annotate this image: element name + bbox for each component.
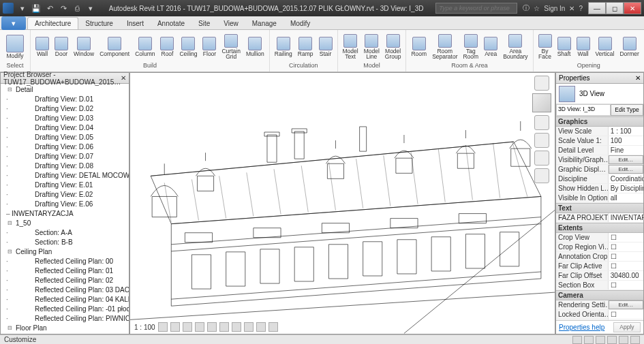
tree-node[interactable]: Reflected Ceiling Plan: PIWNICA <box>2 314 127 324</box>
prop-row[interactable]: Visibility/Graph…Edit… <box>556 155 643 165</box>
tree-node[interactable]: Drafting View: D.05 <box>2 133 127 142</box>
viewcube[interactable] <box>532 93 551 112</box>
ribbon-window[interactable]: Window <box>72 36 96 58</box>
redo-icon[interactable]: ↷ <box>57 2 70 14</box>
prop-value[interactable]: Fine <box>609 146 643 155</box>
star-icon[interactable]: ☆ <box>534 5 540 12</box>
ribbon-vertical[interactable]: Vertical <box>594 36 617 58</box>
ribbon-ramp[interactable]: Ramp <box>296 36 316 58</box>
tree-node[interactable]: INWENTARYZACJA <box>2 209 127 219</box>
prop-group-text[interactable]: Text <box>556 203 643 213</box>
application-menu-button[interactable]: ▾ <box>1 16 26 30</box>
prop-row[interactable]: Crop View <box>556 233 643 243</box>
tree-node[interactable]: Reflected Ceiling Plan: 01 <box>2 266 127 276</box>
ribbon-component[interactable]: Component <box>97 36 132 58</box>
crop-region-icon[interactable] <box>232 322 241 332</box>
status-icon[interactable] <box>630 336 640 344</box>
prop-row[interactable]: Visible In Optionall <box>556 193 643 203</box>
tree-node[interactable]: Reflected Ceiling Plan: 03 DACH <box>2 285 127 295</box>
project-browser-header[interactable]: Project Browser - TUW17_BUDOWA+BUDOWA_20… <box>1 73 129 84</box>
tree-node[interactable]: Floor Plan <box>2 324 127 333</box>
project-browser-tree[interactable]: DetailDrafting View: D.01Drafting View: … <box>1 84 129 334</box>
ribbon-wall[interactable]: Wall <box>33 36 51 58</box>
close-button[interactable]: ✕ <box>624 2 641 14</box>
ribbon-curtain-grid[interactable]: CurtainGrid <box>219 33 242 61</box>
ribbon-model-line[interactable]: ModelLine <box>362 33 382 61</box>
tree-node[interactable]: Detail <box>2 85 127 95</box>
tab-architecture[interactable]: Architecture <box>27 17 78 29</box>
tree-node[interactable]: Drafting View: DETAL MOCOWANIA B <box>2 171 127 181</box>
help-icon[interactable]: ? <box>579 5 583 12</box>
prop-value[interactable]: Coordination <box>609 174 643 183</box>
edit-type-button[interactable]: Edit Type <box>611 104 643 116</box>
ribbon-by-face[interactable]: ByFace <box>536 33 554 61</box>
tree-node[interactable]: 1_50 <box>2 219 127 228</box>
tab-modify[interactable]: Modify <box>283 18 317 29</box>
prop-value[interactable] <box>609 262 643 270</box>
open-icon[interactable]: ▾ <box>16 2 29 14</box>
prop-value[interactable]: By Discipline <box>609 184 643 193</box>
properties-header[interactable]: Properties✕ <box>556 73 643 84</box>
tree-node[interactable]: Drafting View: D.03 <box>2 114 127 123</box>
prop-value[interactable]: Edit… <box>609 300 643 309</box>
ribbon-room-separator[interactable]: RoomSeparator <box>430 33 459 61</box>
tab-view[interactable]: View <box>217 18 245 29</box>
home-icon[interactable] <box>534 76 549 91</box>
print-icon[interactable]: ⎙ <box>71 2 83 14</box>
prop-row[interactable]: Show Hidden L…By Discipline <box>556 184 643 193</box>
filter-icon[interactable] <box>619 336 628 344</box>
prop-group-camera[interactable]: Camera <box>556 290 643 300</box>
signin-button[interactable]: Sign In <box>544 5 565 12</box>
tab-structure[interactable]: Structure <box>78 18 120 29</box>
prop-row[interactable]: Graphic Displ…Edit… <box>556 165 643 174</box>
tab-site[interactable]: Site <box>191 18 217 29</box>
prop-row[interactable]: Far Clip Active <box>556 262 643 271</box>
ribbon-floor[interactable]: Floor <box>200 36 218 58</box>
prop-value[interactable] <box>609 233 643 242</box>
status-icon[interactable] <box>584 336 594 344</box>
ribbon-ceiling[interactable]: Ceiling <box>177 36 199 58</box>
ribbon-mullion[interactable]: Mullion <box>244 36 266 58</box>
minimize-button[interactable]: — <box>588 2 606 14</box>
prop-value[interactable]: Edit… <box>609 155 643 164</box>
ribbon-dormer[interactable]: Dormer <box>617 36 641 58</box>
save-icon[interactable]: 💾 <box>30 2 42 14</box>
prop-row[interactable]: Detail LevelFine <box>556 146 643 155</box>
pan-icon[interactable] <box>534 133 549 148</box>
properties-body[interactable]: GraphicsView Scale1 : 100Scale Value 1:1… <box>556 116 643 320</box>
prop-value[interactable] <box>609 243 643 251</box>
tree-node[interactable]: Ceiling Plan <box>2 247 127 257</box>
ribbon-modify[interactable]: Modify <box>3 34 27 60</box>
tab-manage[interactable]: Manage <box>245 18 283 29</box>
prop-value[interactable]: 1 : 100 <box>609 127 643 136</box>
status-left[interactable]: Customize <box>4 336 36 343</box>
tree-node[interactable]: Drafting View: E.01 <box>2 181 127 190</box>
unlock-icon[interactable] <box>244 322 254 332</box>
prop-group-extents[interactable]: Extents <box>556 223 643 233</box>
reveal-icon[interactable] <box>269 322 278 332</box>
status-icon[interactable] <box>572 336 582 344</box>
prop-row[interactable]: Section Box <box>556 281 643 290</box>
tree-node[interactable]: Section: B-B <box>2 238 127 247</box>
qat-more-icon[interactable]: ▾ <box>85 2 97 14</box>
ribbon-railing[interactable]: Railing <box>273 36 294 58</box>
sun-path-icon[interactable] <box>183 322 192 332</box>
tree-node[interactable]: Drafting View: E.02 <box>2 190 127 200</box>
prop-value[interactable]: 100 <box>609 136 643 145</box>
tab-insert[interactable]: Insert <box>120 18 151 29</box>
tree-node[interactable]: Drafting View: D.06 <box>2 142 127 152</box>
tree-node[interactable]: Drafting View: D.01 <box>2 95 127 104</box>
ribbon-door[interactable]: Door <box>52 36 70 58</box>
prop-row[interactable]: Annotation Crop <box>556 252 643 262</box>
exchange-icon[interactable]: ✕ <box>569 5 574 12</box>
type-selector[interactable]: 3D View: I_3D <box>556 104 611 116</box>
tree-node[interactable]: Reflected Ceiling Plan: 00 <box>2 257 127 266</box>
ribbon-column[interactable]: Column <box>133 36 157 58</box>
ribbon-model-text[interactable]: ModelText <box>341 33 361 61</box>
apply-button[interactable]: Apply <box>613 322 641 332</box>
ribbon-shaft[interactable]: Shaft <box>555 36 573 58</box>
prop-value[interactable] <box>609 310 643 319</box>
rendering-icon[interactable] <box>207 322 217 332</box>
tree-node[interactable]: Drafting View: E.06 <box>2 200 127 209</box>
panel-close-icon[interactable]: ✕ <box>635 74 641 82</box>
